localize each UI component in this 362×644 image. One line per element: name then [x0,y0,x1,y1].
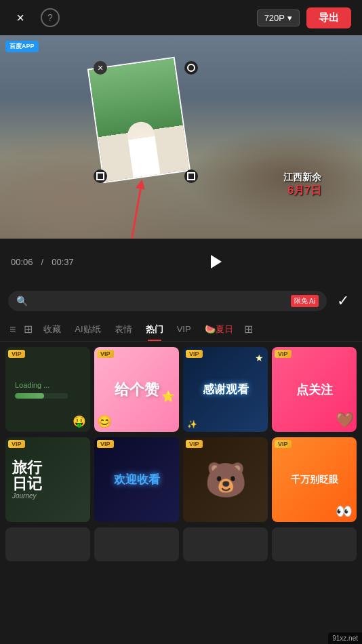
sticker-partial-4[interactable] [272,527,357,561]
video-text-location: 江西新余 [283,172,321,184]
sticker-partial-3[interactable] [183,527,268,561]
tab-more-icon[interactable]: ⊞ [240,317,257,341]
handle-close[interactable] [94,61,107,75]
sticker-partial-2[interactable] [94,527,179,561]
vip-badge: VIP [97,440,114,448]
help-button[interactable]: ? [41,8,60,27]
sticker-follow-text: 点关注 [296,382,333,398]
total-time: 00:37 [52,257,74,267]
export-button[interactable]: 导出 [306,7,351,28]
sticker-travel-sub: Journey [12,492,83,500]
watermark: 91xz.net [328,632,362,644]
sticker-item-welcome[interactable]: VIP 欢迎收看 [94,437,179,522]
loading-bar-background [15,393,68,399]
ai-badge-text: 限免 [294,296,308,306]
vip-badge: VIP [97,350,114,358]
search-icon: 🔍 [16,296,28,306]
vip-badge: VIP [275,350,291,358]
sticker-grid-row2: VIP 旅行日记 Journey VIP 欢迎收看 VIP 🐻 VIP 千万别眨… [0,437,362,527]
sticker-grid: VIP Loading ... 🤑 VIP 给个赞 😊 ⭐ VIP 感谢观看 ✨… [0,342,362,437]
sticker-overlay[interactable] [87,57,190,183]
handle-resize-br[interactable] [184,169,198,183]
vip-badge: VIP [275,440,291,448]
tab-vip[interactable]: VIP [170,319,198,340]
tab-list-icon[interactable]: ≡ [5,318,20,341]
video-preview: 百度APP 江西新余 6月7日 [0,35,362,239]
sticker-grid-partial [0,527,362,567]
handle-resize-bl[interactable] [94,169,107,183]
sticker-item-bear[interactable]: VIP 🐻 [183,437,268,522]
video-logo: 百度APP [5,41,39,52]
resolution-button[interactable]: 720P ▾ [257,9,300,26]
sticker-welcome-text: 欢迎收看 [114,472,160,487]
play-icon [211,255,222,268]
sticker-item-loading[interactable]: VIP Loading ... 🤑 [5,347,90,432]
loading-emoji: 🤑 [73,415,86,428]
play-button[interactable] [204,249,228,274]
sticker-person [89,58,189,182]
ai-badge: 限免 Ai [291,295,319,307]
sticker-item-like[interactable]: VIP 给个赞 😊 ⭐ [94,347,179,432]
video-background: 百度APP 江西新余 6月7日 [0,35,362,239]
vip-badge: VIP [186,350,203,358]
tab-bar: ≡ ⊞ 收藏 AI贴纸 表情 热门 VIP 🍉夏日 ⊞ [0,317,362,342]
loading-bar-fill [15,393,44,399]
close-button[interactable]: × [11,8,30,27]
timeline-area: 00:06 / 00:37 [0,239,362,285]
handle-rotate[interactable] [184,61,198,75]
sticker-partial-1[interactable] [5,527,90,561]
tab-collect[interactable]: 收藏 [37,318,68,341]
smile-emoji: 😊 [97,414,112,429]
confirm-button[interactable]: ✓ [332,290,354,312]
eye-emoji: 👀 [336,503,353,519]
search-input[interactable] [33,296,285,306]
sticker-donteye-text: 千万别眨眼 [288,474,341,486]
sticker-item-donteye[interactable]: VIP 千万别眨眼 👀 [272,437,357,522]
tab-image-icon[interactable]: ⊞ [20,317,37,341]
vip-badge: VIP [186,440,203,448]
follow-heart: 🤎 [336,411,354,429]
thanks-deco1: ✨ [187,420,197,429]
ai-label: Ai [309,298,315,305]
video-text-date: 6月7日 [283,184,321,198]
search-bar: 🔍 限免 Ai ✓ [0,285,362,317]
tab-ai-sticker[interactable]: AI贴纸 [68,318,107,341]
sticker-travel-text: 旅行日记 [12,460,83,492]
thanks-deco2: ★ [255,353,264,363]
vip-badge: VIP [8,350,25,358]
sticker-bear-emoji: 🐻 [205,460,247,500]
time-separator: / [41,257,44,267]
current-time: 00:06 [11,257,33,267]
top-bar: × ? 720P ▾ 导出 [0,0,362,35]
loading-content: Loading ... [11,376,85,404]
tab-hot[interactable]: 热门 [139,318,170,341]
search-input-wrap: 🔍 限免 Ai [8,291,327,311]
top-bar-left: × ? [11,8,60,27]
star-emoji: ⭐ [161,390,175,403]
sticker-item-travel[interactable]: VIP 旅行日记 Journey [5,437,90,522]
loading-text: Loading ... [15,381,81,389]
tab-expression[interactable]: 表情 [108,318,139,341]
sticker-thanks-text: 感谢观看 [203,382,249,397]
person-figure [126,120,161,178]
vip-badge: VIP [8,440,25,448]
video-text-overlay: 江西新余 6月7日 [283,172,321,198]
tab-summer[interactable]: 🍉夏日 [198,318,240,341]
sticker-item-thanks[interactable]: VIP 感谢观看 ✨ ★ [183,347,268,432]
travel-content: 旅行日记 Journey [5,453,90,506]
sticker-like-text: 给个赞 [115,380,159,400]
sticker-item-follow[interactable]: VIP 点关注 🤎 [272,347,357,432]
top-bar-right: 720P ▾ 导出 [257,7,351,28]
